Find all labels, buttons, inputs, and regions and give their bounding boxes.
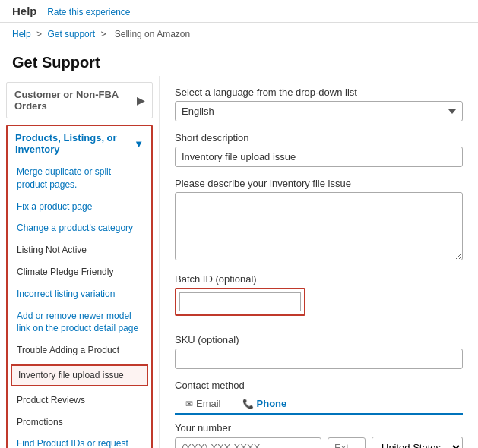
sidebar-item-product-reviews[interactable]: Product Reviews xyxy=(8,390,151,412)
long-desc-label: Please describe your inventory file issu… xyxy=(175,178,463,189)
sidebar-item-change-category[interactable]: Change a product's category xyxy=(8,217,151,239)
sidebar-item-fix-product[interactable]: Fix a product page xyxy=(8,196,151,218)
short-desc-input[interactable] xyxy=(175,147,463,167)
contact-tabs: ✉ Email 📞 Phone xyxy=(175,394,463,415)
chevron-right-icon: ▶ xyxy=(137,95,144,106)
breadcrumb-selling: Selling on Amazon xyxy=(115,29,190,39)
chevron-down-icon: ▼ xyxy=(134,138,144,150)
main-layout: Customer or Non-FBA Orders ▶ Products, L… xyxy=(0,76,478,448)
short-desc-label: Short description xyxy=(175,132,463,144)
batch-id-field-group: Batch ID (optional) xyxy=(175,273,463,323)
batch-id-input[interactable] xyxy=(179,292,301,311)
country-select[interactable]: United States xyxy=(372,437,463,448)
breadcrumb: Help > Get support > Selling on Amazon xyxy=(0,23,478,46)
tab-phone[interactable]: 📞 Phone xyxy=(232,394,298,415)
tab-email-label: Email xyxy=(196,398,221,409)
contact-method-field-group: Contact method ✉ Email 📞 Phone Your numb… xyxy=(175,380,463,448)
phone-row: United States xyxy=(175,437,463,448)
breadcrumb-get-support[interactable]: Get support xyxy=(47,29,95,39)
sidebar-item-incorrect-listing[interactable]: Incorrect listing variation xyxy=(8,283,151,305)
sidebar-item-find-product-ids[interactable]: Find Product IDs or request exemption (U… xyxy=(8,433,151,448)
sidebar-section-customer-label: Customer or Non-FBA Orders xyxy=(14,89,137,112)
phone-icon: 📞 xyxy=(242,399,254,409)
page-title: Get Support xyxy=(0,46,478,76)
long-desc-field-group: Please describe your inventory file issu… xyxy=(175,178,463,263)
sidebar-item-trouble-adding[interactable]: Trouble Adding a Product xyxy=(8,339,151,361)
contact-method-label: Contact method xyxy=(175,380,463,391)
sku-field-group: SKU (optional) xyxy=(175,334,463,369)
sku-input[interactable] xyxy=(175,349,463,369)
sidebar: Customer or Non-FBA Orders ▶ Products, L… xyxy=(0,76,160,448)
email-icon: ✉ xyxy=(185,399,193,409)
batch-id-label: Batch ID (optional) xyxy=(175,273,463,285)
tab-phone-label: Phone xyxy=(257,398,287,409)
sidebar-item-add-remove-model[interactable]: Add or remove newer model link on the pr… xyxy=(8,305,151,340)
sidebar-item-promotions[interactable]: Promotions xyxy=(8,412,151,434)
sidebar-item-merge-duplicate[interactable]: Merge duplicate or split product pages. xyxy=(8,161,151,196)
top-bar: Help Rate this experience xyxy=(0,0,478,23)
sidebar-item-inventory-file[interactable]: Inventory file upload issue xyxy=(11,364,148,386)
sidebar-header-customer[interactable]: Customer or Non-FBA Orders ▶ xyxy=(7,83,152,118)
long-desc-textarea[interactable] xyxy=(175,192,463,260)
sidebar-section-products: Products, Listings, or Inventory ▼ Merge… xyxy=(6,125,153,448)
sidebar-item-listing-not-active[interactable]: Listing Not Active xyxy=(8,239,151,261)
content-area: Select a language from the drop-down lis… xyxy=(160,76,478,448)
sidebar-section-products-label: Products, Listings, or Inventory xyxy=(15,132,134,155)
ext-input[interactable] xyxy=(328,437,366,448)
language-field-group: Select a language from the drop-down lis… xyxy=(175,87,463,121)
sidebar-item-climate-pledge[interactable]: Climate Pledge Friendly xyxy=(8,261,151,283)
help-title: Help xyxy=(12,5,37,17)
phone-number-input[interactable] xyxy=(175,437,321,448)
short-desc-field-group: Short description xyxy=(175,132,463,167)
language-label: Select a language from the drop-down lis… xyxy=(175,87,463,98)
sku-label: SKU (optional) xyxy=(175,334,463,345)
sidebar-section-customer: Customer or Non-FBA Orders ▶ xyxy=(6,82,153,118)
tab-email[interactable]: ✉ Email xyxy=(175,394,232,413)
sidebar-header-products[interactable]: Products, Listings, or Inventory ▼ xyxy=(8,126,151,161)
rate-experience-link[interactable]: Rate this experience xyxy=(47,7,130,17)
batch-id-box xyxy=(175,288,305,316)
breadcrumb-help[interactable]: Help xyxy=(12,29,31,39)
your-number-label: Your number xyxy=(175,422,463,434)
language-select[interactable]: English xyxy=(175,101,463,121)
